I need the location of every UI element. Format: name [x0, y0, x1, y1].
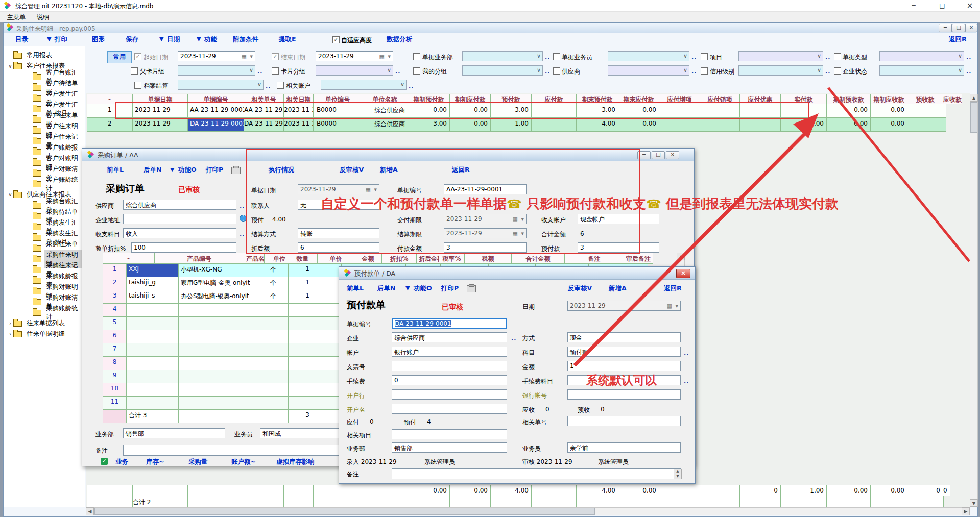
table-cell[interactable]: DA-23-11-29-0001 [188, 118, 244, 132]
preset-button[interactable]: 常用 [107, 51, 132, 63]
autosize-checkbox[interactable]: ✓ [332, 36, 340, 43]
table-cell[interactable] [907, 118, 943, 132]
rel-account-checkbox[interactable] [277, 82, 284, 89]
doctype-checkbox[interactable] [834, 53, 841, 60]
table-cell[interactable] [943, 118, 946, 132]
expand-icon[interactable]: › [7, 321, 13, 326]
table-header-cell[interactable]: 相关日期 [284, 94, 314, 104]
po-func-arrow-icon[interactable]: ▼ [170, 166, 174, 173]
parent-group-select[interactable]: ∨ [178, 65, 255, 76]
business-check-icon[interactable]: ✓ [101, 458, 108, 465]
expand-icon[interactable]: › [7, 331, 13, 337]
table-cell[interactable] [907, 104, 943, 118]
po-payamt-input[interactable]: 3 [444, 242, 527, 253]
sidebar-item[interactable]: 常用报表 [4, 50, 85, 61]
file-settle-checkbox[interactable] [134, 82, 141, 89]
supplier-select[interactable]: ∨ [608, 65, 689, 76]
save-button[interactable]: 保存 [126, 35, 138, 44]
analysis-button[interactable]: 数据分析 [387, 35, 412, 44]
end-date-input[interactable]: 2023-11-29▦▾ [316, 51, 393, 61]
report-back-button[interactable]: 返回R [949, 35, 967, 44]
po-exec-button[interactable]: 执行情况 [269, 166, 294, 175]
po-add-button[interactable]: 新增A [380, 166, 398, 175]
po-subject-input[interactable]: 收入 [123, 228, 236, 238]
report-close-button[interactable]: × [965, 24, 977, 32]
print-arrow-icon[interactable]: ▼ [47, 36, 51, 42]
product-unit[interactable]: 个 [268, 277, 289, 290]
table-cell[interactable]: 2 [87, 118, 133, 132]
parent-group-checkbox[interactable] [131, 67, 138, 75]
pay-company-input[interactable]: 综合供应商 [392, 332, 507, 342]
table-header-cell[interactable]: 期初应付款 [450, 94, 491, 104]
credit-more-button[interactable]: .. [825, 68, 830, 75]
project-select[interactable]: ∨ [738, 51, 823, 61]
product-name[interactable]: 小型机-XG-NG [179, 264, 268, 277]
vertical-scroll-thumb[interactable] [970, 102, 977, 133]
po-account-input[interactable]: 现金帐户 [578, 214, 659, 224]
pay-subject-input[interactable]: 预付款 [567, 347, 681, 357]
table-header-cell[interactable]: 单位编号 [314, 94, 362, 104]
pay-back-button[interactable]: 返回R [664, 284, 682, 293]
pay-print-button[interactable]: 打印P [441, 284, 459, 293]
po-back-button[interactable]: 返回R [452, 166, 470, 175]
product-qty[interactable]: 1 [289, 277, 312, 290]
app-close-button[interactable]: × [959, 0, 980, 11]
staff-checkbox[interactable] [553, 53, 560, 60]
table-cell[interactable]: 0.00 [871, 104, 907, 118]
table-cell[interactable]: 1 [87, 104, 133, 118]
pay-remark-input[interactable] [392, 468, 681, 479]
table-cell[interactable]: 0.00 [827, 118, 871, 132]
pay-func-button[interactable]: 功能O [414, 284, 432, 293]
table-header-cell[interactable]: 期初应收款 [871, 94, 907, 104]
table-header-cell[interactable]: 预付款 [491, 94, 532, 104]
pay-prev-button[interactable]: 前单L [347, 284, 364, 293]
dept-checkbox[interactable] [413, 53, 420, 60]
credit-checkbox[interactable] [701, 67, 708, 75]
pay-company-more-button[interactable]: .. [511, 335, 516, 342]
pay-next-button[interactable]: 后单N [377, 284, 395, 293]
calendar-drop-icon[interactable]: ▾ [250, 53, 253, 60]
product-header-cell[interactable]: 折扣% [382, 253, 417, 264]
pay-fee-input[interactable]: 0 [392, 375, 507, 385]
product-qty[interactable]: 1 [289, 264, 312, 277]
po-settle-input[interactable]: 转账 [298, 228, 379, 238]
calendar-drop-icon[interactable]: ▾ [388, 53, 391, 60]
report-maximize-button[interactable]: □ [952, 24, 965, 32]
product-code[interactable]: taishiji_g [127, 277, 179, 290]
pay-unaudit-button[interactable]: 反审核V [568, 284, 592, 293]
table-row[interactable]: 12023-11-29AA-23-11-29-0001AA-23-11-29-0… [87, 104, 946, 118]
product-header-cell[interactable]: 单位 [265, 253, 288, 264]
product-name[interactable]: 办公S型电脑-银奥-onlyit [179, 290, 268, 304]
table-cell[interactable] [659, 104, 700, 118]
po-date-input[interactable]: 2023-11-29▦▾ [298, 184, 379, 194]
spinner-down-icon[interactable]: ▼ [674, 474, 682, 479]
po-link-account-amt[interactable]: 账户额~ [231, 458, 256, 466]
pay-fee-subject-more-button[interactable]: .. [684, 378, 689, 385]
table-header-cell[interactable]: 实付款 [781, 94, 827, 104]
pay-holder-input[interactable] [392, 404, 507, 414]
po-no-input[interactable]: AA-23-11-29-0001 [444, 184, 527, 194]
table-cell[interactable]: 1.00 [491, 118, 532, 132]
product-header-cell[interactable]: 折后金额 [417, 253, 439, 264]
end-date-checkbox[interactable]: ✓ [272, 53, 279, 60]
rel-account-select[interactable]: ∨ [321, 80, 407, 90]
pay-no-input[interactable]: DA-23-11-29-0001 [392, 318, 507, 329]
app-minimize-button[interactable]: ─ [902, 0, 925, 11]
po-print-button[interactable]: 打印P [206, 166, 223, 175]
calendar-icon[interactable]: ▦ [242, 53, 247, 60]
vertical-scrollbar[interactable] [970, 94, 978, 507]
po-remark-input[interactable] [123, 445, 358, 456]
menu-help[interactable]: 说明 [37, 13, 49, 22]
file-settle-select[interactable]: ∨ [178, 80, 264, 90]
date-button[interactable]: 日期 [167, 35, 180, 44]
table-cell[interactable]: 2023-11-29 [133, 118, 188, 132]
product-header-cell[interactable]: 审后备注 [624, 253, 653, 264]
table-cell[interactable] [740, 118, 781, 132]
table-cell[interactable]: 1.00 [781, 118, 827, 132]
date-arrow-icon[interactable]: ▼ [159, 36, 163, 42]
table-cell[interactable] [700, 118, 740, 132]
report-minimize-button[interactable]: ─ [939, 24, 952, 32]
pay-method-input[interactable]: 现金 [567, 332, 681, 342]
po-after-input[interactable]: 6 [298, 242, 379, 253]
po-maximize-button[interactable]: □ [652, 151, 665, 159]
